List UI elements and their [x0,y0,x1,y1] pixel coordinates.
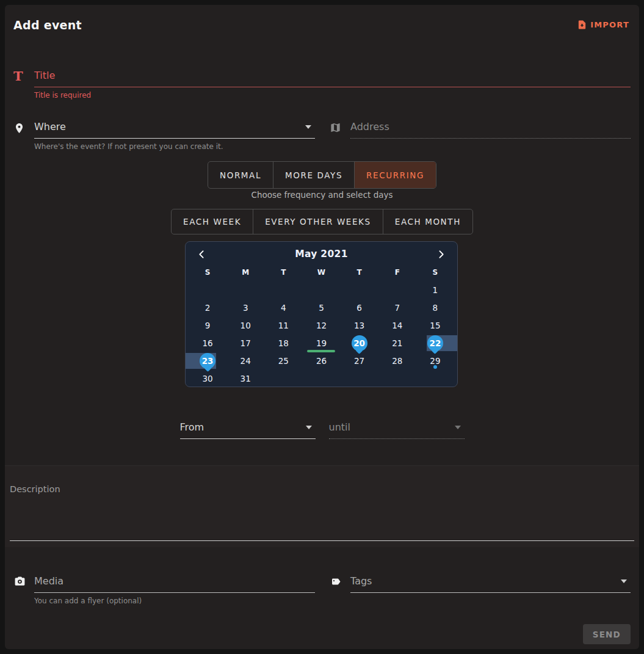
calendar-day-22[interactable]: 22 [416,334,454,352]
calendar-day-14[interactable]: 14 [378,316,416,334]
calendar-day-3[interactable]: 3 [226,299,264,316]
dropdown-arrow-icon [306,426,312,429]
calendar-day-29[interactable]: 29 [416,352,454,369]
tags-field[interactable]: Tags [330,575,631,605]
import-file-icon [577,20,587,30]
calendar-day-empty [341,369,378,387]
title-placeholder: Title [34,70,55,81]
from-placeholder: From [180,421,204,433]
import-button[interactable]: IMPORT [577,20,629,30]
dropdown-arrow-icon [621,580,627,583]
calendar-day-12[interactable]: 12 [302,316,340,334]
calendar-dow: F [378,266,416,281]
title-error: Title is required [34,91,631,100]
description-label: Description [10,484,60,494]
calendar-month-label: May 2021 [295,249,347,260]
dropdown-arrow-icon [305,125,311,129]
calendar-day-30[interactable]: 30 [189,369,226,387]
where-select[interactable]: Where [34,121,315,139]
each-week-button[interactable]: EACH WEEK [172,209,253,234]
calendar-day-2[interactable]: 2 [189,299,226,316]
title-field[interactable]: T Title Title is required [13,70,631,100]
chevron-left-icon[interactable] [194,247,209,261]
calendar-day-empty [302,281,340,299]
calendar-day-21[interactable]: 21 [378,334,416,352]
calendar-day-24[interactable]: 24 [226,352,264,369]
calendar-day-empty [378,281,416,299]
address-field: Address [330,121,631,151]
calendar-dow: W [302,266,340,281]
tags-icon [330,576,344,587]
from-select[interactable]: From [180,421,316,439]
location-pin-icon [13,122,28,135]
every-other-weeks-button[interactable]: EVERY OTHER WEEKS [253,209,383,234]
address-input[interactable]: Address [350,121,631,139]
calendar-day-empty [226,281,264,299]
calendar-dow-row: SMTWTFS [186,266,457,281]
where-helper: Where's the event? If not present you ca… [34,142,315,151]
import-label: IMPORT [590,20,629,29]
calendar-day-10[interactable]: 10 [226,316,264,334]
tab-more-days[interactable]: MORE DAYS [273,162,354,188]
calendar-day-9[interactable]: 9 [189,316,226,334]
calendar-day-17[interactable]: 17 [226,334,264,352]
where-field[interactable]: Where Where's the event? If not present … [13,121,315,151]
calendar-day-23[interactable]: 23 [189,352,226,369]
title-input[interactable]: Title [34,70,631,87]
calendar-day-25[interactable]: 25 [264,352,302,369]
map-icon [330,122,344,134]
frequency-buttons: EACH WEEK EVERY OTHER WEEKS EACH MONTH [171,209,473,234]
calendar-day-26[interactable]: 26 [302,352,340,369]
calendar-day-empty [302,369,340,387]
calendar-day-empty [189,281,226,299]
calendar-day-31[interactable]: 31 [226,369,264,387]
chevron-right-icon[interactable] [434,247,449,261]
calendar-day-27[interactable]: 27 [341,352,378,369]
calendar-day-19[interactable]: 19 [302,334,340,352]
calendar-grid: 1234567891011121314151617181920212223242… [186,281,457,387]
send-button[interactable]: SEND [583,624,631,644]
calendar-day-28[interactable]: 28 [378,352,416,369]
calendar-day-7[interactable]: 7 [378,299,416,316]
calendar-day-16[interactable]: 16 [189,334,226,352]
calendar-day-4[interactable]: 4 [264,299,302,316]
calendar-day-5[interactable]: 5 [302,299,340,316]
tab-recurring[interactable]: RECURRING [354,162,436,188]
until-placeholder: until [329,421,350,433]
media-placeholder: Media [34,575,63,587]
from-field[interactable]: From [180,421,316,439]
calendar-dow: S [416,266,454,281]
calendar-day-empty [378,369,416,387]
page-title: Add event [13,18,82,32]
calendar-day-empty [341,281,378,299]
address-placeholder: Address [350,121,389,133]
calendar-dow: T [341,266,378,281]
description-section: Description [5,465,639,547]
calendar-day-11[interactable]: 11 [264,316,302,334]
calendar-day-1[interactable]: 1 [416,281,454,299]
add-event-dialog: Add event IMPORT T Title Title is requir… [5,5,639,649]
tags-select[interactable]: Tags [350,575,631,593]
calendar-day-empty [416,369,454,387]
camera-icon [13,576,28,587]
until-select: until [329,421,465,439]
calendar-day-15[interactable]: 15 [416,316,454,334]
where-placeholder: Where [34,121,66,133]
calendar-day-20[interactable]: 20 [341,334,378,352]
tab-normal[interactable]: NORMAL [208,162,273,188]
calendar-day-8[interactable]: 8 [416,299,454,316]
calendar-day-13[interactable]: 13 [341,316,378,334]
frequency-hint: Choose frequency and select days [5,190,639,200]
each-month-button[interactable]: EACH MONTH [383,209,472,234]
calendar-day-6[interactable]: 6 [341,299,378,316]
calendar-day-empty [264,369,302,387]
calendar-dow: T [264,266,302,281]
title-icon: T [13,70,28,82]
tags-placeholder: Tags [350,575,372,587]
media-field[interactable]: Media You can add a flyer (optional) [13,575,315,605]
calendar-day-18[interactable]: 18 [264,334,302,352]
calendar-dow: M [226,266,264,281]
media-input[interactable]: Media [34,575,315,593]
description-input[interactable] [10,540,634,541]
dropdown-arrow-icon [455,426,461,429]
